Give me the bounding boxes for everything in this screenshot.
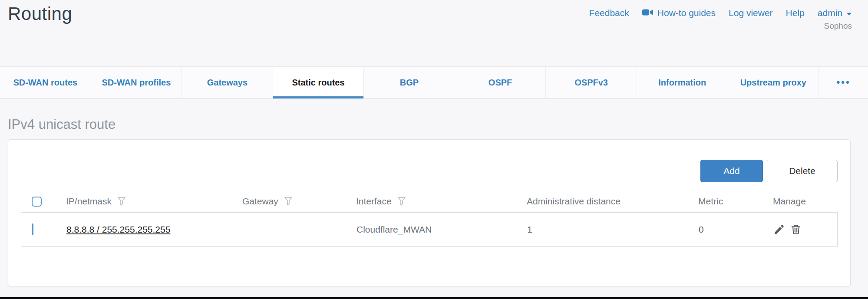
row-manage-cell	[773, 224, 837, 235]
log-viewer-label: Log viewer	[729, 8, 773, 18]
feedback-label: Feedback	[589, 8, 629, 18]
route-link[interactable]: 8.8.8.8 / 255.255.255.255	[66, 224, 170, 234]
page: Routing Feedback How-to guides Log viewe…	[0, 0, 868, 286]
col-gateway-label: Gateway	[242, 196, 278, 207]
col-manage-label: Manage	[773, 196, 806, 207]
delete-trash-icon[interactable]	[790, 224, 802, 235]
row-interface-cell: Cloudflare_MWAN	[356, 224, 527, 235]
table-actions: Add Delete	[21, 160, 838, 182]
col-metric: Metric	[698, 196, 773, 207]
col-ip-netmask: IP/netmask	[66, 196, 242, 207]
tab-information[interactable]: Information	[637, 67, 728, 98]
col-administrative-distance: Administrative distance	[527, 196, 698, 207]
row-metric-cell: 0	[699, 224, 773, 235]
col-gateway: Gateway	[242, 196, 356, 207]
top-nav-links: Feedback How-to guides Log viewer Help a…	[589, 8, 852, 18]
howto-guides-label: How-to guides	[657, 8, 716, 18]
feedback-link[interactable]: Feedback	[589, 8, 629, 18]
howto-guides-link[interactable]: How-to guides	[642, 8, 716, 18]
top-nav: Feedback How-to guides Log viewer Help a…	[589, 3, 852, 31]
tab-ospf[interactable]: OSPF	[455, 67, 546, 98]
tab-bgp[interactable]: BGP	[364, 67, 455, 98]
tab-static-routes[interactable]: Static routes	[273, 67, 364, 98]
table-row: 8.8.8.8 / 255.255.255.255 Cloudflare_MWA…	[21, 212, 838, 247]
select-all-checkbox[interactable]	[32, 197, 42, 207]
tab-sd-wan-profiles[interactable]: SD-WAN profiles	[91, 67, 182, 98]
tab-sd-wan-routes[interactable]: SD-WAN routes	[0, 67, 91, 98]
tab-upstream-proxy[interactable]: Upstream proxy	[728, 67, 819, 98]
video-camera-icon	[642, 8, 653, 18]
bottom-edge-bar	[0, 297, 868, 299]
help-label: Help	[786, 8, 805, 18]
tab-bar: SD-WAN routes SD-WAN profiles Gateways S…	[0, 66, 868, 99]
caret-down-icon	[846, 8, 852, 18]
row-administrative-distance-cell: 1	[527, 224, 699, 235]
delete-button[interactable]: Delete	[767, 160, 838, 182]
edit-pencil-icon[interactable]	[773, 224, 785, 235]
col-manage: Manage	[773, 196, 838, 207]
log-viewer-link[interactable]: Log viewer	[729, 8, 773, 18]
row-checkbox-cell	[21, 224, 66, 235]
header-checkbox-cell	[21, 197, 66, 207]
help-link[interactable]: Help	[786, 8, 805, 18]
more-tabs-icon[interactable]: •••	[819, 67, 868, 98]
row-checkbox[interactable]	[32, 223, 33, 235]
section-heading: IPv4 unicast route	[8, 116, 868, 133]
filter-funnel-icon[interactable]	[397, 197, 406, 206]
row-ip-netmask-cell: 8.8.8.8 / 255.255.255.255	[66, 224, 243, 235]
table-header: IP/netmask Gateway Interface Administrat…	[21, 191, 838, 212]
col-interface: Interface	[356, 196, 527, 207]
account-label: admin	[818, 8, 842, 18]
routes-card: Add Delete IP/netmask Gateway Interfac	[8, 139, 851, 286]
col-interface-label: Interface	[356, 196, 392, 207]
col-administrative-distance-label: Administrative distance	[527, 196, 620, 207]
add-button[interactable]: Add	[700, 160, 763, 182]
filter-funnel-icon[interactable]	[284, 197, 293, 206]
top-bar: Routing Feedback How-to guides Log viewe…	[0, 0, 868, 66]
account-menu[interactable]: admin	[818, 8, 852, 18]
col-metric-label: Metric	[698, 196, 723, 207]
tab-ospfv3[interactable]: OSPFv3	[546, 67, 637, 98]
page-title: Routing	[8, 3, 72, 24]
filter-funnel-icon[interactable]	[117, 197, 126, 206]
col-ip-netmask-label: IP/netmask	[66, 196, 112, 207]
org-name: Sophos	[824, 21, 852, 31]
tab-gateways[interactable]: Gateways	[182, 67, 273, 98]
